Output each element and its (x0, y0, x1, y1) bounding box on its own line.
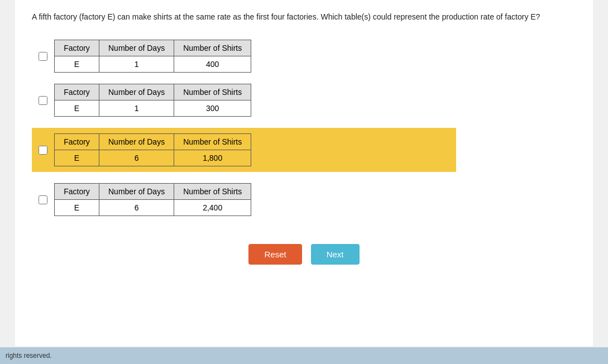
option-row-1: Factory Number of Days Number of Shirts … (32, 40, 576, 73)
cell-days-1: 1 (99, 56, 174, 73)
option-table-2: Factory Number of Days Number of Shirts … (54, 84, 251, 117)
cell-factory-3: E (55, 150, 99, 166)
col-header-factory-3: Factory (55, 134, 99, 150)
table-wrapper-1: Factory Number of Days Number of Shirts … (54, 40, 251, 73)
table-wrapper-4: Factory Number of Days Number of Shirts … (54, 183, 251, 216)
table-wrapper-3: Factory Number of Days Number of Shirts … (54, 133, 251, 166)
col-header-factory-4: Factory (55, 184, 99, 200)
checkbox-cell-4[interactable] (32, 195, 54, 204)
checkbox-cell-2[interactable] (32, 96, 54, 105)
col-header-days-4: Number of Days (99, 184, 174, 200)
cell-shirts-4: 2,400 (174, 200, 251, 216)
checkbox-cell-1[interactable] (32, 52, 54, 61)
option-row-3: Factory Number of Days Number of Shirts … (32, 133, 251, 166)
question-text: A fifth factory (factory E) can make shi… (32, 11, 576, 23)
cell-days-4: 6 (99, 200, 174, 216)
option-highlight-3: Factory Number of Days Number of Shirts … (32, 128, 456, 172)
cell-days-2: 1 (99, 100, 174, 117)
next-button[interactable]: Next (311, 244, 360, 265)
cell-shirts-2: 300 (174, 100, 251, 117)
option-row-2: Factory Number of Days Number of Shirts … (32, 84, 576, 117)
table-wrapper-2: Factory Number of Days Number of Shirts … (54, 84, 251, 117)
option-row-4: Factory Number of Days Number of Shirts … (32, 183, 576, 216)
checkbox-cell-3[interactable] (32, 146, 54, 155)
col-header-factory-1: Factory (55, 40, 99, 56)
checkbox-1[interactable] (39, 52, 47, 61)
cell-shirts-1: 400 (174, 56, 251, 73)
buttons-row: Reset Next (32, 244, 576, 265)
cell-days-3: 6 (99, 150, 174, 166)
checkbox-2[interactable] (39, 96, 47, 105)
col-header-shirts-4: Number of Shirts (174, 184, 251, 200)
col-header-shirts-1: Number of Shirts (174, 40, 251, 56)
cell-factory-4: E (55, 200, 99, 216)
col-header-days-3: Number of Days (99, 134, 174, 150)
cell-factory-1: E (55, 56, 99, 73)
footer: rights reserved. (0, 347, 608, 364)
option-table-4: Factory Number of Days Number of Shirts … (54, 183, 251, 216)
col-header-shirts-2: Number of Shirts (174, 84, 251, 100)
checkbox-4[interactable] (39, 195, 47, 204)
cell-factory-2: E (55, 100, 99, 117)
option-table-3: Factory Number of Days Number of Shirts … (54, 133, 251, 166)
col-header-factory-2: Factory (55, 84, 99, 100)
col-header-shirts-3: Number of Shirts (174, 134, 251, 150)
footer-text: rights reserved. (6, 352, 52, 360)
cell-shirts-3: 1,800 (174, 150, 251, 166)
option-table-1: Factory Number of Days Number of Shirts … (54, 40, 251, 73)
reset-button[interactable]: Reset (248, 244, 301, 265)
col-header-days-1: Number of Days (99, 40, 174, 56)
checkbox-3[interactable] (39, 146, 47, 155)
col-header-days-2: Number of Days (99, 84, 174, 100)
main-container: A fifth factory (factory E) can make shi… (15, 0, 593, 346)
